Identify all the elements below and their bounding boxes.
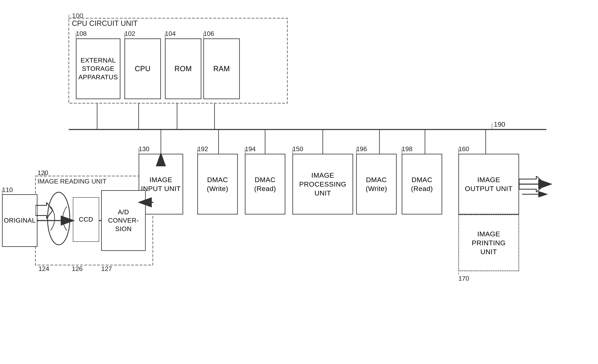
cpu-box: CPU <box>125 38 161 99</box>
ram-box: RAM <box>203 38 240 99</box>
image-processing-box: IMAGEPROCESSINGUNIT <box>292 154 353 215</box>
svg-marker-30 <box>519 176 545 192</box>
original-ref: 110 <box>2 186 13 194</box>
dmac-read2-box: DMAC(Read) <box>402 154 442 215</box>
lens-icon <box>44 190 73 247</box>
ad-conversion-ref: 127 <box>101 265 112 273</box>
cpu-ref: 102 <box>125 30 135 37</box>
lens-ref: 124 <box>38 265 49 273</box>
ccd-ref: 126 <box>72 265 83 273</box>
image-processing-ref: 150 <box>292 145 303 153</box>
external-storage-box: EXTERNALSTORAGEAPPARATUS <box>76 38 120 99</box>
image-printing-box: IMAGEPRINTINGUNIT <box>458 215 519 271</box>
rom-ref: 104 <box>165 30 176 37</box>
ccd-box: CCD <box>73 197 99 242</box>
ram-ref: 106 <box>203 30 214 37</box>
original-box: ORIGINAL <box>2 194 37 247</box>
dmac-read2-ref: 198 <box>402 145 412 153</box>
image-reading-label: IMAGE READING UNIT <box>37 178 107 185</box>
cpu-circuit-ref: 100 <box>72 12 83 20</box>
image-reading-ref: 120 <box>37 169 48 177</box>
svg-point-20 <box>48 192 70 245</box>
dmac-read1-ref: 194 <box>245 145 256 153</box>
image-output-box: IMAGEOUTPUT UNIT <box>458 154 519 215</box>
image-printing-ref: 170 <box>458 275 469 282</box>
dmac-write2-box: DMAC(Write) <box>356 154 397 215</box>
ad-conversion-box: A/DCONVER-SION <box>101 190 146 251</box>
dmac-read1-box: DMAC(Read) <box>245 154 285 215</box>
image-output-ref: 160 <box>458 145 469 153</box>
dmac-write1-box: DMAC(Write) <box>197 154 238 215</box>
dmac-write2-ref: 196 <box>356 145 367 153</box>
image-input-ref: 130 <box>139 145 149 153</box>
rom-box: ROM <box>165 38 201 99</box>
dmac-write1-ref: 192 <box>197 145 208 153</box>
cpu-circuit-label: CPU CIRCUIT UNIT <box>72 19 138 28</box>
bus-ref: 190 <box>494 120 505 128</box>
external-storage-ref: 108 <box>76 30 87 37</box>
